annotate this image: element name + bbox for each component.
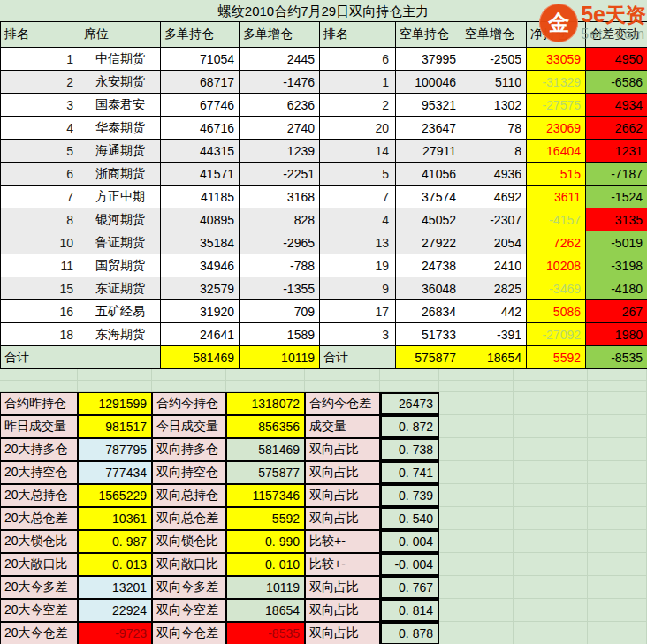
cell-long-pos[interactable]: 41571 [161, 163, 240, 186]
summary-label[interactable]: 20大锁仓比 [0, 530, 78, 553]
cell-rank-short[interactable]: 13 [320, 231, 396, 254]
summary-value[interactable]: 10119 [226, 576, 305, 599]
cell-net-pos[interactable]: -27092 [527, 323, 586, 346]
summary-label[interactable]: 双向占比 [305, 438, 380, 461]
cell-short-pos[interactable]: 51733 [396, 323, 461, 346]
cell-net-chg[interactable]: -5019 [586, 231, 647, 254]
cell-rank-short[interactable]: 19 [320, 254, 396, 277]
cell-short-pos[interactable]: 36048 [396, 277, 461, 300]
column-header[interactable]: 仓差变动 [586, 22, 647, 48]
cell-long-pos[interactable]: 44315 [161, 140, 240, 163]
summary-label[interactable]: 成交量 [305, 415, 380, 438]
cell-short-chg[interactable]: -2307 [461, 208, 527, 231]
cell-long-pos[interactable]: 34946 [161, 254, 240, 277]
summary-ratio-value[interactable]: 0. 540 [380, 507, 439, 530]
cell-net-chg[interactable]: -4180 [586, 277, 647, 300]
cell-rank-long[interactable]: 8 [1, 208, 80, 231]
summary-label[interactable]: 双向今空差 [152, 599, 226, 622]
column-header[interactable]: 排名 [320, 22, 396, 48]
summary-label[interactable]: 双向占比 [305, 484, 380, 507]
cell-long-chg[interactable]: -1476 [240, 71, 320, 94]
column-header[interactable]: 席位 [80, 22, 161, 48]
cell-short-pos[interactable]: 95321 [396, 94, 461, 117]
cell-seat[interactable]: 华泰期货 [80, 117, 161, 140]
summary-label[interactable]: 20大敞口比 [0, 553, 78, 576]
cell-seat[interactable]: 五矿经易 [80, 300, 161, 323]
cell-rank-short[interactable]: 20 [320, 117, 396, 140]
cell-rank-short[interactable]: 2 [320, 94, 396, 117]
total-blank-cell[interactable] [80, 346, 161, 369]
column-header[interactable]: 排名 [1, 22, 80, 48]
cell-long-chg[interactable]: 1239 [240, 140, 320, 163]
cell-short-pos[interactable]: 24738 [396, 254, 461, 277]
cell-seat[interactable]: 方正中期 [80, 186, 161, 208]
summary-ratio-value[interactable]: 0. 767 [380, 576, 439, 599]
cell-net-chg[interactable]: 2662 [586, 117, 647, 140]
cell-long-pos[interactable]: 32579 [161, 277, 240, 300]
summary-label[interactable]: 20大今仓差 [0, 622, 78, 644]
summary-value[interactable]: 1318072 [226, 392, 305, 415]
cell-long-pos[interactable]: 41185 [161, 186, 240, 208]
cell-long-pos[interactable]: 24641 [161, 323, 240, 346]
column-header[interactable]: 空单持仓 [396, 22, 461, 48]
cell-net-pos[interactable]: 515 [527, 163, 586, 186]
summary-label[interactable]: 双向占比 [305, 576, 380, 599]
total-net-chg[interactable]: -8535 [586, 346, 647, 369]
cell-seat[interactable]: 中信期货 [80, 48, 161, 71]
cell-net-pos[interactable]: 16404 [527, 140, 586, 163]
total-short-pos[interactable]: 575877 [396, 346, 461, 369]
summary-ratio-value[interactable]: 0. 814 [380, 599, 439, 622]
summary-value[interactable]: 18654 [226, 599, 305, 622]
cell-seat[interactable]: 银河期货 [80, 208, 161, 231]
cell-net-chg[interactable]: 1980 [586, 323, 647, 346]
cell-net-chg[interactable]: 1231 [586, 140, 647, 163]
cell-long-chg[interactable]: -2251 [240, 163, 320, 186]
cell-net-pos[interactable]: 23069 [527, 117, 586, 140]
summary-label[interactable]: 双向锁仓比 [152, 530, 226, 553]
cell-rank-long[interactable]: 4 [1, 117, 80, 140]
summary-value[interactable]: 1291599 [78, 392, 152, 415]
cell-long-chg[interactable]: 3168 [240, 186, 320, 208]
cell-short-chg[interactable]: 2054 [461, 231, 527, 254]
cell-rank-short[interactable]: 17 [320, 300, 396, 323]
summary-value[interactable]: 1157346 [226, 484, 305, 507]
cell-short-chg[interactable]: 4936 [461, 163, 527, 186]
cell-long-chg[interactable]: 2740 [240, 117, 320, 140]
summary-label[interactable]: 合约今仓差 [305, 392, 380, 415]
summary-ratio-value[interactable]: 0. 872 [380, 415, 439, 438]
summary-label[interactable]: 双向今仓差 [152, 622, 226, 644]
cell-rank-long[interactable]: 15 [1, 277, 80, 300]
cell-short-pos[interactable]: 41056 [396, 163, 461, 186]
summary-label[interactable]: 双向占比 [305, 599, 380, 622]
cell-rank-long[interactable]: 1 [1, 48, 80, 71]
cell-short-pos[interactable]: 27922 [396, 231, 461, 254]
summary-value[interactable]: 787795 [78, 438, 152, 461]
cell-short-chg[interactable]: 1302 [461, 94, 527, 117]
summary-ratio-value[interactable]: 0. 741 [380, 461, 439, 484]
summary-value[interactable]: 1565229 [78, 484, 152, 507]
total-long-pos[interactable]: 581469 [161, 346, 240, 369]
cell-rank-short[interactable]: 14 [320, 140, 396, 163]
cell-long-pos[interactable]: 46716 [161, 117, 240, 140]
summary-label[interactable]: 双向占比 [305, 507, 380, 530]
summary-label[interactable]: 双向持空仓 [152, 461, 226, 484]
cell-short-chg[interactable]: 8 [461, 140, 527, 163]
cell-rank-short[interactable]: 1 [320, 71, 396, 94]
summary-ratio-value[interactable]: 0. 739 [380, 484, 439, 507]
cell-long-chg[interactable]: 2445 [240, 48, 320, 71]
summary-label[interactable]: 双向占比 [305, 461, 380, 484]
total-label[interactable]: 合计 [1, 346, 80, 369]
cell-rank-long[interactable]: 3 [1, 94, 80, 117]
cell-long-pos[interactable]: 35184 [161, 231, 240, 254]
cell-rank-long[interactable]: 7 [1, 186, 80, 208]
cell-net-pos[interactable]: 3611 [527, 186, 586, 208]
column-header[interactable]: 多单增仓 [240, 22, 320, 48]
cell-net-pos[interactable]: -3469 [527, 277, 586, 300]
summary-value[interactable]: -9723 [78, 622, 152, 644]
column-header[interactable]: 净持仓 [527, 22, 586, 48]
cell-rank-long[interactable]: 6 [1, 163, 80, 186]
summary-value[interactable]: -8535 [226, 622, 305, 644]
cell-long-pos[interactable]: 40895 [161, 208, 240, 231]
summary-label[interactable]: 双向敞口比 [152, 553, 226, 576]
summary-value[interactable]: 0. 987 [78, 530, 152, 553]
